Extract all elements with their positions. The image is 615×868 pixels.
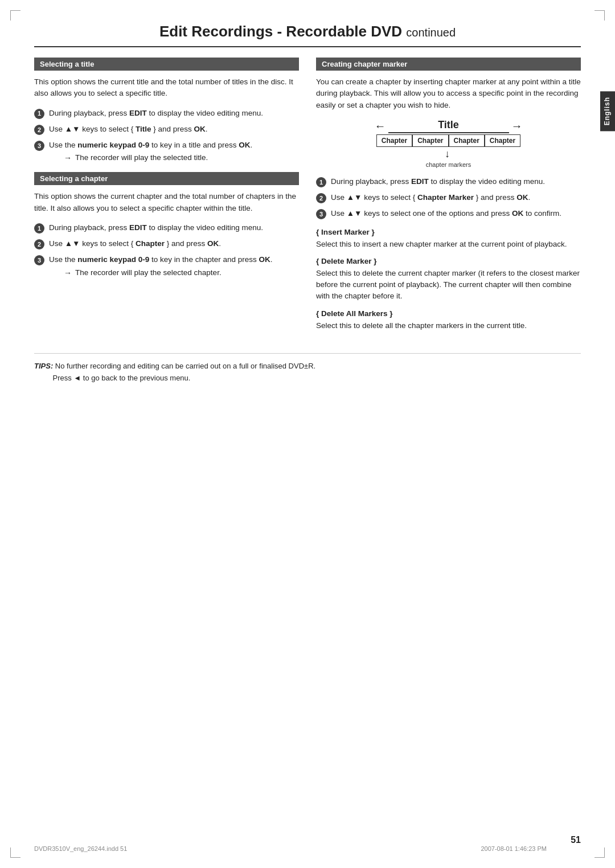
chapter-markers-label: chapter markers	[375, 161, 523, 168]
step-number: 2	[34, 239, 44, 249]
chapter-marker-steps: 1 During playback, press EDIT to display…	[316, 176, 581, 220]
tips-section: TIPS: No further recording and editing c…	[34, 353, 581, 384]
step-text: During playback, press EDIT to display t…	[49, 108, 299, 119]
step-item: 3 Use ▲▼ keys to select one of the optio…	[316, 208, 581, 219]
step-number: 3	[316, 209, 326, 219]
step-text: Use ▲▼ keys to select one of the options…	[331, 208, 581, 219]
step-item: 1 During playback, press EDIT to display…	[34, 108, 299, 119]
step-text: Use the numeric keypad 0-9 to key in the…	[49, 254, 299, 279]
sub-section-insert-body: Select this to insert a new chapter mark…	[316, 239, 581, 250]
step-number: 3	[34, 255, 44, 265]
step-item: 3 Use the numeric keypad 0-9 to key in a…	[34, 140, 299, 164]
page-title: Edit Recordings - Recordable DVD continu…	[34, 23, 581, 47]
page-number: 51	[571, 835, 581, 845]
result-text: The recorder will play the selected titl…	[75, 152, 208, 164]
step-number: 1	[34, 109, 44, 119]
step-text: Use ▲▼ keys to select { Title } and pres…	[49, 124, 299, 135]
footer-date: 2007-08-01 1:46:23 PM	[481, 845, 547, 852]
section1-body: This option shows the current title and …	[34, 76, 299, 100]
sub-section-delete-title: { Delete Marker }	[316, 257, 581, 265]
arrow-icon: →	[64, 267, 72, 279]
title-diagram: ← Title → Chapter Chapter Chapter Chapte…	[375, 119, 523, 168]
chapters-row: Chapter Chapter Chapter Chapter	[375, 134, 523, 147]
step-item: 2 Use ▲▼ keys to select { Chapter } and …	[34, 238, 299, 249]
arrow-right-icon: →	[511, 120, 523, 133]
chapter-box: Chapter	[412, 134, 448, 147]
step-number: 1	[34, 223, 44, 234]
chapter-marker-body: You can create a chapter by inserting ch…	[316, 76, 581, 111]
step-item: 2 Use ▲▼ keys to select { Chapter Marker…	[316, 192, 581, 203]
step-result: → The recorder will play the selected ti…	[64, 152, 299, 164]
chapter-arrow-row: ↓	[375, 148, 523, 160]
section2-body: This option shows the current chapter an…	[34, 191, 299, 214]
step-item: 1 During playback, press EDIT to display…	[316, 176, 581, 187]
chapter-arrow-down-icon: ↓	[445, 148, 450, 160]
step-text: During playback, press EDIT to display t…	[49, 222, 299, 234]
section-header-chapter: Selecting a chapter	[34, 172, 299, 185]
section-header-chapter-marker: Creating chapter marker	[316, 58, 581, 71]
step-number: 1	[316, 177, 326, 187]
section1-steps: 1 During playback, press EDIT to display…	[34, 108, 299, 165]
chapter-box: Chapter	[485, 134, 520, 147]
chapter-box: Chapter	[376, 134, 412, 147]
section-header-title: Selecting a title	[34, 58, 299, 71]
left-column: Selecting a title This option shows the …	[34, 58, 299, 336]
sub-section-insert-title: { Insert Marker }	[316, 228, 581, 236]
arrow-left-icon: ←	[375, 120, 386, 133]
section2-steps: 1 During playback, press EDIT to display…	[34, 222, 299, 279]
result-text: The recorder will play the selected chap…	[75, 267, 222, 279]
step-number: 2	[34, 125, 44, 135]
footer-file: DVDR3510V_eng_26244.indd 51	[34, 845, 127, 852]
step-item: 1 During playback, press EDIT to display…	[34, 222, 299, 234]
tips-label: TIPS:	[34, 362, 53, 370]
right-column: Creating chapter marker You can create a…	[316, 58, 581, 336]
step-text: Use the numeric keypad 0-9 to key in a t…	[49, 140, 299, 164]
step-text: Use ▲▼ keys to select { Chapter } and pr…	[49, 238, 299, 249]
sub-section-delete-body: Select this to delete the current chapte…	[316, 268, 581, 302]
title-diagram-label: Title	[388, 119, 509, 133]
step-number: 2	[316, 193, 326, 203]
step-number: 3	[34, 141, 44, 151]
chapter-box: Chapter	[449, 134, 485, 147]
step-item: 2 Use ▲▼ keys to select { Title } and pr…	[34, 124, 299, 135]
sub-section-delete-all-title: { Delete All Markers }	[316, 309, 581, 318]
arrow-icon: →	[64, 152, 72, 164]
sub-section-delete-all-body: Select this to delete all the chapter ma…	[316, 320, 581, 331]
step-text: Use ▲▼ keys to select { Chapter Marker }…	[331, 192, 581, 203]
tips-text: No further recording and editing can be …	[34, 362, 315, 382]
step-text: During playback, press EDIT to display t…	[331, 176, 581, 187]
step-item: 3 Use the numeric keypad 0-9 to key in t…	[34, 254, 299, 279]
step-result: → The recorder will play the selected ch…	[64, 267, 299, 279]
